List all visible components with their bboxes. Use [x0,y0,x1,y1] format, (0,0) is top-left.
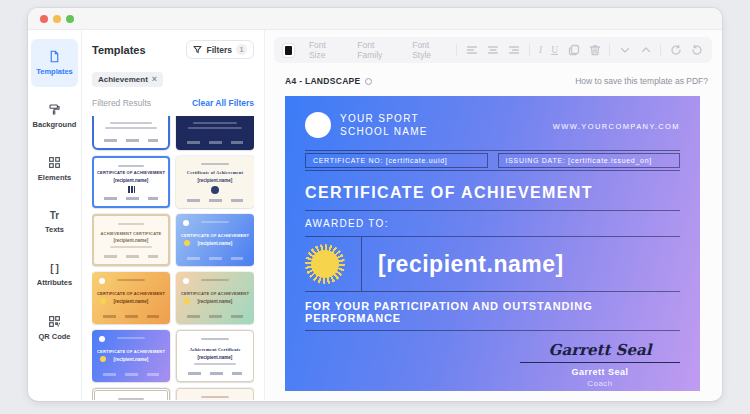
brackets-icon: [ ] [50,263,59,274]
vertical-divider [361,237,362,291]
redo-button[interactable] [690,44,703,57]
info-circle-icon[interactable] [365,78,372,85]
signature-script-text: Garrett Seal [520,341,680,359]
tool-sidebar: Templates Background Elements Tr Texts [… [28,30,82,400]
align-right-icon [508,44,520,56]
delete-button[interactable] [588,44,601,57]
certificate-canvas[interactable]: YOUR SPORT SCHOOL NAME WWW.YOURCOMPANY.C… [285,96,700,391]
align-left-icon [466,44,478,56]
italic-button[interactable]: I [539,45,542,55]
sidebar-item-attributes[interactable]: [ ] Attributes [31,251,78,299]
thumb-qr-icon [128,186,135,193]
filters-count-badge: 1 [236,44,247,55]
chevron-up-icon [640,44,652,56]
thumb-title: Achievement Certificate [189,347,240,352]
certificate-no-field[interactable]: CERTIFICATE NO: [certificate.uuid] [305,153,488,168]
page-size-text: A4 - LANDSCAPE [285,76,361,86]
thumb-recipient: [recipient.name] [198,178,233,183]
editor-main: Font Size Font Family Font Style I U [265,30,722,400]
template-thumbnail-3[interactable]: CERTIFICATE OF ACHIEVEMENT [recipient.na… [92,156,170,208]
template-thumbnail-6[interactable]: CERTIFICATE OF ACHIEVEMENT [recipient.na… [176,214,254,266]
paint-roller-icon [48,103,61,116]
subtitle-text[interactable]: FOR YOUR PARTICIPATION AND OUTSTANDING P… [305,300,680,324]
certificate-title-text[interactable]: CERTIFICATE OF ACHIEVEMENT [305,184,680,202]
template-thumbnail-8[interactable]: CERTIFICATE OF ACHIEVEMENT [recipient.na… [176,272,254,324]
school-logo-circle[interactable] [305,112,331,138]
template-thumbnail-4[interactable]: Certificate of Achievement [recipient.na… [176,156,254,208]
duplicate-button[interactable] [567,44,580,57]
thumb-title: ACHIEVEMENT CERTIFICATE [101,232,162,237]
filter-chip-achievement[interactable]: Achievement × [92,72,163,87]
sidebar-item-texts[interactable]: Tr Texts [31,198,78,246]
thumb-logo-dot [183,278,189,284]
thumb-recipient: [recipient.name] [198,299,233,304]
copy-icon [568,44,580,56]
template-thumbnail-10[interactable]: Achievement Certificate [recipient.name] [176,330,254,382]
signature-role-text: Coach [520,379,680,388]
color-swatch[interactable] [283,44,294,57]
thumb-recipient: [recipient.name] [114,238,149,243]
align-left-button[interactable] [466,44,478,57]
thumb-recipient: [recipient.name] [114,357,149,362]
thumb-sun-icon [100,298,106,304]
template-thumbnail-9[interactable]: CERTIFICATE OF ACHIEVEMENT [recipient.na… [92,330,170,382]
template-thumbnail-1[interactable] [92,116,170,150]
thumb-title: CERTIFICATE OF ACHIEVEMENT [97,350,165,355]
page-size-label: A4 - LANDSCAPE [285,76,372,86]
traffic-light-zoom[interactable] [66,15,74,23]
thumb-seal-icon [211,186,219,194]
website-text[interactable]: WWW.YOURCOMPANY.COM [553,122,680,131]
pdf-help-link[interactable]: How to save this template as PDF? [575,76,708,86]
chevron-down-icon [619,44,631,56]
app-window: Templates Background Elements Tr Texts [… [28,8,722,401]
underline-button[interactable]: U [551,45,558,55]
filtered-results-label: Filtered Results [92,98,151,108]
thumb-title: CERTIFICATE OF ACHIEVEMENT [97,292,165,297]
text-icon: Tr [50,210,59,221]
sunburst-icon[interactable] [305,244,345,284]
chip-close-icon[interactable]: × [152,75,157,84]
align-center-button[interactable] [487,44,499,57]
template-list: CERTIFICATE OF ACHIEVEMENT [recipient.na… [92,116,254,400]
font-size-dropdown[interactable]: Font Size [309,40,336,60]
traffic-light-minimize[interactable] [53,15,61,23]
school-name-text[interactable]: YOUR SPORT SCHOOL NAME [340,112,428,138]
traffic-light-close[interactable] [40,15,48,23]
awarded-to-text[interactable]: AWARDED TO: [305,218,680,229]
sidebar-item-templates[interactable]: Templates [31,39,78,87]
move-up-button[interactable] [639,44,652,57]
template-thumbnail-5[interactable]: ACHIEVEMENT CERTIFICATE [recipient.name] [92,214,170,266]
font-family-dropdown[interactable]: Font Family [357,40,391,60]
divider-line [305,210,680,211]
funnel-icon [193,45,202,54]
signature-name-text: Garrett Seal [520,367,680,377]
template-thumbnail-2[interactable] [176,116,254,150]
font-style-dropdown[interactable]: Font Style [412,40,441,60]
school-name-line2: SCHOOL NAME [340,125,428,138]
sidebar-item-background[interactable]: Background [31,92,78,140]
sidebar-item-label: Attributes [37,278,72,287]
recipient-name-text[interactable]: [recipient.name] [378,251,564,278]
thumb-title: Certificate of Achievement [187,170,243,175]
grid-icon [48,156,61,169]
thumb-recipient: [recipient.name] [114,178,149,183]
signature-block[interactable]: Garrett Seal Garrett Seal Coach [520,341,680,388]
move-down-button[interactable] [618,44,631,57]
trash-icon [589,44,601,56]
sidebar-item-qr-code[interactable]: QR Code [31,304,78,352]
align-center-icon [487,44,499,56]
window-titlebar [28,8,722,30]
align-right-button[interactable] [508,44,520,57]
clear-all-filters-link[interactable]: Clear All Filters [192,98,254,108]
template-thumbnail-7[interactable]: CERTIFICATE OF ACHIEVEMENT [recipient.na… [92,272,170,324]
filters-button[interactable]: Filters 1 [186,40,254,59]
issuing-date-field[interactable]: ISSUING DATE: [certificate.issued_on] [498,153,681,168]
undo-button[interactable] [669,44,682,57]
divider-line [305,330,680,331]
school-name-line1: YOUR SPORT [340,112,428,125]
sidebar-item-elements[interactable]: Elements [31,145,78,193]
template-thumbnail-12[interactable]: CERTIFICATE OF ACHIEVEMENT [176,388,254,400]
thumb-title: CERTIFICATE OF ACHIEVEMENT [181,234,249,239]
sidebar-item-label: QR Code [38,332,70,341]
template-thumbnail-11[interactable] [92,388,170,400]
